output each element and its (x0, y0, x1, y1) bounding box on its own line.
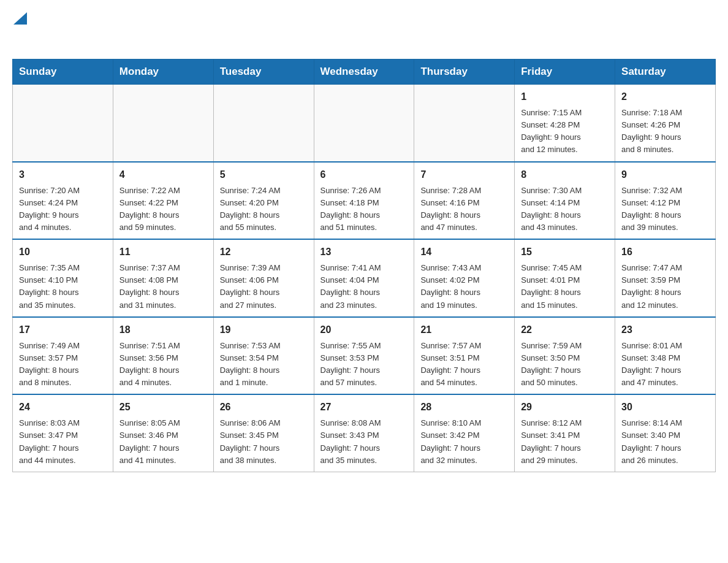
day-info: Sunrise: 8:03 AM Sunset: 3:47 PM Dayligh… (19, 417, 107, 467)
day-info: Sunrise: 8:12 AM Sunset: 3:41 PM Dayligh… (521, 417, 609, 467)
calendar-cell: 21Sunrise: 7:57 AM Sunset: 3:51 PM Dayli… (414, 317, 515, 395)
calendar-cell: 7Sunrise: 7:28 AM Sunset: 4:16 PM Daylig… (414, 162, 515, 240)
calendar-cell: 28Sunrise: 8:10 AM Sunset: 3:42 PM Dayli… (414, 394, 515, 472)
weekday-header-sunday: Sunday (13, 59, 113, 85)
day-number: 17 (19, 323, 107, 337)
day-number: 9 (621, 167, 709, 182)
day-info: Sunrise: 7:26 AM Sunset: 4:18 PM Dayligh… (320, 185, 408, 234)
day-info: Sunrise: 7:37 AM Sunset: 4:08 PM Dayligh… (119, 262, 207, 312)
day-info: Sunrise: 7:47 AM Sunset: 3:59 PM Dayligh… (621, 262, 709, 312)
day-info: Sunrise: 8:01 AM Sunset: 3:48 PM Dayligh… (621, 340, 709, 389)
day-info: Sunrise: 7:57 AM Sunset: 3:51 PM Dayligh… (420, 340, 508, 389)
day-number: 23 (621, 323, 709, 337)
day-info: Sunrise: 7:45 AM Sunset: 4:01 PM Dayligh… (521, 262, 609, 312)
weekday-header-monday: Monday (113, 59, 213, 85)
weekday-header-thursday: Thursday (414, 59, 515, 85)
day-number: 25 (119, 400, 207, 415)
calendar-cell: 5Sunrise: 7:24 AM Sunset: 4:20 PM Daylig… (213, 162, 314, 240)
day-number: 16 (621, 245, 709, 259)
day-number: 2 (621, 90, 709, 104)
calendar-cell: 10Sunrise: 7:35 AM Sunset: 4:10 PM Dayli… (13, 239, 113, 317)
calendar-cell: 19Sunrise: 7:53 AM Sunset: 3:54 PM Dayli… (213, 317, 314, 395)
day-info: Sunrise: 8:06 AM Sunset: 3:45 PM Dayligh… (220, 417, 308, 467)
svg-marker-0 (13, 12, 27, 25)
calendar-cell (213, 85, 314, 162)
calendar-cell (414, 85, 515, 162)
day-number: 29 (521, 400, 609, 415)
calendar-week-row-2: 3Sunrise: 7:20 AM Sunset: 4:24 PM Daylig… (13, 162, 716, 240)
day-number: 20 (320, 323, 408, 337)
day-number: 27 (320, 400, 408, 415)
calendar-cell (113, 85, 213, 162)
weekday-header-tuesday: Tuesday (213, 59, 314, 85)
day-info: Sunrise: 7:55 AM Sunset: 3:53 PM Dayligh… (320, 340, 408, 389)
calendar-cell: 25Sunrise: 8:05 AM Sunset: 3:46 PM Dayli… (113, 394, 213, 472)
day-info: Sunrise: 7:22 AM Sunset: 4:22 PM Dayligh… (119, 185, 207, 234)
day-number: 26 (220, 400, 308, 415)
calendar-week-row-4: 17Sunrise: 7:49 AM Sunset: 3:57 PM Dayli… (13, 317, 716, 395)
day-info: Sunrise: 7:53 AM Sunset: 3:54 PM Dayligh… (220, 340, 308, 389)
day-number: 21 (420, 323, 508, 337)
day-info: Sunrise: 7:49 AM Sunset: 3:57 PM Dayligh… (19, 340, 107, 389)
day-info: Sunrise: 7:15 AM Sunset: 4:28 PM Dayligh… (521, 107, 609, 156)
day-info: Sunrise: 8:10 AM Sunset: 3:42 PM Dayligh… (420, 417, 508, 467)
day-number: 11 (119, 245, 207, 259)
calendar-cell: 2Sunrise: 7:18 AM Sunset: 4:26 PM Daylig… (615, 85, 716, 162)
day-info: Sunrise: 7:43 AM Sunset: 4:02 PM Dayligh… (420, 262, 508, 312)
calendar-week-row-1: 1Sunrise: 7:15 AM Sunset: 4:28 PM Daylig… (13, 85, 716, 162)
day-info: Sunrise: 7:20 AM Sunset: 4:24 PM Dayligh… (19, 185, 107, 234)
calendar-cell: 3Sunrise: 7:20 AM Sunset: 4:24 PM Daylig… (13, 162, 113, 240)
day-info: Sunrise: 7:28 AM Sunset: 4:16 PM Dayligh… (420, 185, 508, 234)
weekday-header-friday: Friday (515, 59, 615, 85)
calendar-week-row-3: 10Sunrise: 7:35 AM Sunset: 4:10 PM Dayli… (13, 239, 716, 317)
day-number: 14 (420, 245, 508, 259)
day-info: Sunrise: 7:35 AM Sunset: 4:10 PM Dayligh… (19, 262, 107, 312)
page-header (12, 12, 716, 47)
calendar-cell (13, 85, 113, 162)
day-number: 4 (119, 167, 207, 182)
day-number: 12 (220, 245, 308, 259)
day-number: 28 (420, 400, 508, 415)
calendar-cell: 11Sunrise: 7:37 AM Sunset: 4:08 PM Dayli… (113, 239, 213, 317)
weekday-header-saturday: Saturday (615, 59, 716, 85)
calendar-cell: 4Sunrise: 7:22 AM Sunset: 4:22 PM Daylig… (113, 162, 213, 240)
day-info: Sunrise: 7:41 AM Sunset: 4:04 PM Dayligh… (320, 262, 408, 312)
day-number: 7 (420, 167, 508, 182)
calendar-cell: 30Sunrise: 8:14 AM Sunset: 3:40 PM Dayli… (615, 394, 716, 472)
calendar-table: SundayMondayTuesdayWednesdayThursdayFrid… (12, 59, 716, 472)
calendar-cell: 29Sunrise: 8:12 AM Sunset: 3:41 PM Dayli… (515, 394, 615, 472)
logo (12, 12, 27, 47)
day-number: 8 (521, 167, 609, 182)
calendar-cell: 16Sunrise: 7:47 AM Sunset: 3:59 PM Dayli… (615, 239, 716, 317)
day-info: Sunrise: 7:39 AM Sunset: 4:06 PM Dayligh… (220, 262, 308, 312)
day-info: Sunrise: 8:08 AM Sunset: 3:43 PM Dayligh… (320, 417, 408, 467)
day-number: 15 (521, 245, 609, 259)
day-number: 1 (521, 90, 609, 104)
calendar-week-row-5: 24Sunrise: 8:03 AM Sunset: 3:47 PM Dayli… (13, 394, 716, 472)
weekday-header-row: SundayMondayTuesdayWednesdayThursdayFrid… (13, 59, 716, 85)
day-info: Sunrise: 7:18 AM Sunset: 4:26 PM Dayligh… (621, 107, 709, 156)
calendar-cell: 17Sunrise: 7:49 AM Sunset: 3:57 PM Dayli… (13, 317, 113, 395)
calendar-cell (314, 85, 414, 162)
logo-triangle-icon (13, 12, 27, 25)
day-number: 19 (220, 323, 308, 337)
day-info: Sunrise: 7:32 AM Sunset: 4:12 PM Dayligh… (621, 185, 709, 234)
day-number: 6 (320, 167, 408, 182)
calendar-cell: 9Sunrise: 7:32 AM Sunset: 4:12 PM Daylig… (615, 162, 716, 240)
calendar-cell: 22Sunrise: 7:59 AM Sunset: 3:50 PM Dayli… (515, 317, 615, 395)
calendar-cell: 18Sunrise: 7:51 AM Sunset: 3:56 PM Dayli… (113, 317, 213, 395)
day-info: Sunrise: 7:24 AM Sunset: 4:20 PM Dayligh… (220, 185, 308, 234)
day-info: Sunrise: 8:05 AM Sunset: 3:46 PM Dayligh… (119, 417, 207, 467)
day-number: 10 (19, 245, 107, 259)
day-info: Sunrise: 7:59 AM Sunset: 3:50 PM Dayligh… (521, 340, 609, 389)
day-number: 5 (220, 167, 308, 182)
calendar-cell: 1Sunrise: 7:15 AM Sunset: 4:28 PM Daylig… (515, 85, 615, 162)
calendar-cell: 24Sunrise: 8:03 AM Sunset: 3:47 PM Dayli… (13, 394, 113, 472)
weekday-header-wednesday: Wednesday (314, 59, 414, 85)
calendar-cell: 13Sunrise: 7:41 AM Sunset: 4:04 PM Dayli… (314, 239, 414, 317)
day-info: Sunrise: 8:14 AM Sunset: 3:40 PM Dayligh… (621, 417, 709, 467)
calendar-cell: 20Sunrise: 7:55 AM Sunset: 3:53 PM Dayli… (314, 317, 414, 395)
day-number: 13 (320, 245, 408, 259)
day-info: Sunrise: 7:30 AM Sunset: 4:14 PM Dayligh… (521, 185, 609, 234)
day-number: 3 (19, 167, 107, 182)
